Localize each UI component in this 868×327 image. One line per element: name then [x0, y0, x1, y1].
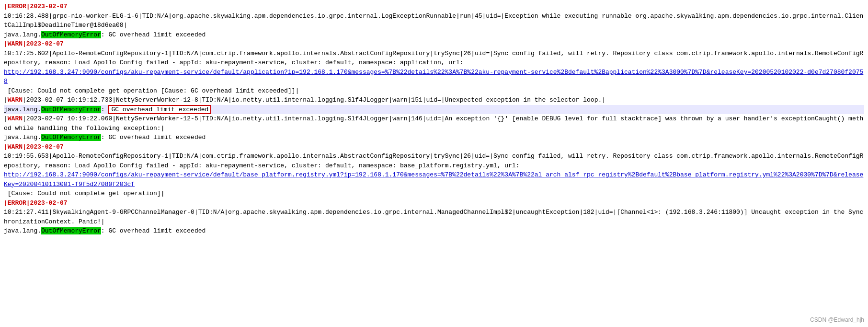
log-line-6[interactable]: http://192.168.3.247:9090/configs/aku-re…: [4, 68, 864, 86]
oom-box-highlight: GC overhead limit exceeded: [108, 105, 211, 114]
log-line-10: |WARN|2023-02-07 10:19:22.060|NettyServe…: [4, 114, 864, 133]
oom-highlight-3: OutOfMemoryError: [41, 134, 101, 141]
log-line-8: |WARN|2023-02-07 10:19:12.733|NettyServe…: [4, 95, 864, 105]
oom-highlight-4: OutOfMemoryError: [41, 227, 101, 234]
log-line-11: java.lang.OutOfMemoryError: GC overhead …: [4, 133, 864, 142]
log-line-16: |ERROR|2023-02-07: [4, 199, 864, 208]
log-line-5: 10:17:25.602|Apollo-RemoteConfigReposito…: [4, 49, 864, 68]
error-label-2: |ERROR|2023-02-07: [4, 199, 68, 207]
oom-highlight-2: OutOfMemoryError: [41, 106, 101, 113]
log-line-9: java.lang.OutOfMemoryError: GC overhead …: [4, 105, 864, 115]
log-line-17: 10:21:27.411|SkywalkingAgent-9-GRPCChann…: [4, 208, 864, 226]
url-link-2[interactable]: http://192.168.3.247:9090/configs/aku-re…: [4, 171, 863, 188]
watermark: CSDN @Edward_hjh: [810, 316, 864, 323]
log-line-3: java.lang.OutOfMemoryError: GC overhead …: [4, 30, 864, 40]
warn-label-1: |WARN|2023-02-07: [4, 40, 64, 47]
log-line-18: java.lang.OutOfMemoryError: GC overhead …: [4, 226, 864, 236]
log-line-14[interactable]: http://192.168.3.247:9090/configs/aku-re…: [4, 170, 864, 189]
warn-label-4: |WARN|2023-02-07: [4, 143, 64, 151]
warn-label-2: WARN: [8, 96, 23, 104]
log-line-13: 10:19:55.653|Apollo-RemoteConfigReposito…: [4, 152, 864, 170]
log-line-1: |ERROR|2023-02-07: [4, 2, 864, 12]
log-line-4: |WARN|2023-02-07: [4, 39, 864, 49]
log-line-2: 10:16:28.488|grpc-nio-worker-ELG-1-6|TID…: [4, 12, 864, 30]
log-line-7: [Cause: Could not complete get operation…: [4, 86, 864, 96]
oom-highlight-1: OutOfMemoryError: [41, 31, 101, 38]
url-link-1[interactable]: http://192.168.3.247:9090/configs/aku-re…: [4, 69, 863, 85]
log-line-15: [Cause: Could not complete get operation…: [4, 189, 864, 199]
warn-label-3: WARN: [8, 115, 23, 122]
error-label-1: |ERROR|2023-02-07: [4, 3, 68, 10]
log-line-12: |WARN|2023-02-07: [4, 142, 864, 152]
log-container: |ERROR|2023-02-07 10:16:28.488|grpc-nio-…: [0, 0, 868, 238]
